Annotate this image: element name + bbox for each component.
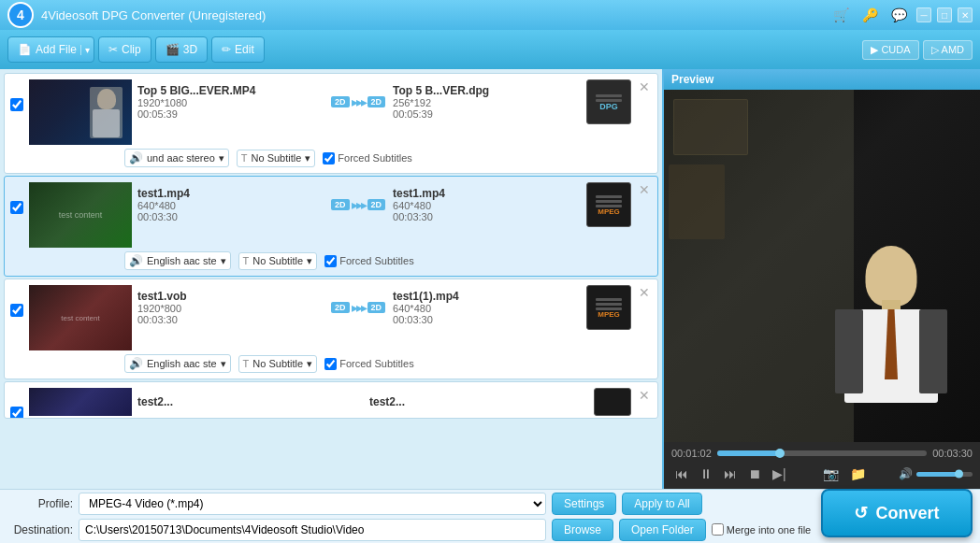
progress-fill [717,450,780,456]
close-button[interactable]: ✕ [958,7,973,22]
forced-sub-checkbox[interactable] [323,152,335,164]
volume-bar[interactable] [916,472,973,477]
profile-select[interactable]: MPEG-4 Video (*.mp4) [79,493,546,515]
arrow-dots: ▸▸▸ [352,197,366,212]
audio-dropdown-arrow: ▾ [221,358,226,370]
audio-value: English aac ste [147,255,217,266]
conversion-arrow: 2D ▸▸▸ 2D [331,94,385,109]
video-prop [669,164,725,239]
source-dims: 1920*800 [137,303,324,314]
maximize-button[interactable]: □ [937,7,952,22]
source-dims: 1920*1080 [137,97,324,108]
file-thumbnail [29,388,132,416]
file-list[interactable]: Top 5 BIG...EVER.MP4 1920*1080 00:05:39 … [0,69,662,489]
format-label: MPEG [598,310,620,319]
dest-2d-badge: 2D [368,96,386,107]
subtitle-dropdown-arrow: ▾ [307,358,312,370]
comment-icon[interactable]: 💬 [887,6,911,24]
file-checkbox[interactable] [10,201,23,214]
control-buttons: ⏮ ⏸ ⏭ ⏹ ▶| 📷 📁 🔊 [671,464,973,483]
browse-button[interactable]: Browse [552,519,613,541]
file-info: test2... test2... [137,388,631,416]
clip-button[interactable]: ✂ Clip [98,36,151,63]
clip-icon: ✂ [108,43,118,56]
subtitle-dropdown-arrow: ▾ [307,255,312,267]
threed-button[interactable]: 🎬 3D [155,36,208,63]
forced-subtitle[interactable]: Forced Subtitles [323,152,411,164]
file-checkbox[interactable] [10,98,23,111]
audio-select[interactable]: 🔊 und aac stereo ▾ [124,149,229,167]
source-duration: 00:03:30 [137,211,324,222]
progress-thumb [775,449,785,458]
file-close-button[interactable]: ✕ [637,285,652,300]
app-title: 4Videosoft DPG Converter (Unregistered) [41,8,822,22]
add-file-button[interactable]: 📄 Add File ▾ [7,36,94,63]
merge-checkbox-label[interactable]: Merge into one file [712,523,812,536]
dest-duration: 00:05:39 [393,108,579,120]
video-scene [664,90,980,442]
format-icon-mpeg[interactable]: MPEG [586,182,631,227]
edit-button[interactable]: ✏ Edit [211,36,265,63]
minimize-button[interactable]: ─ [916,7,931,22]
cart-icon[interactable]: 🛒 [829,6,853,24]
file-item: test2... test2... ✕ [4,381,658,419]
subtitle-icon: T [243,255,250,266]
forced-subtitle[interactable]: Forced Subtitles [324,358,413,370]
subtitle-select[interactable]: T No Subtitle ▾ [238,252,318,270]
format-lines [596,94,622,102]
time-total: 00:03:30 [932,448,973,459]
format-lines [596,298,622,310]
format-icon-dpg[interactable]: DPG [586,79,631,124]
file-close-button[interactable]: ✕ [637,182,652,197]
file-dest: test1.mp4 640*480 00:03:30 [393,187,579,222]
destination-input[interactable] [79,519,546,541]
file-close-button[interactable]: ✕ [637,388,652,403]
next-frame-button[interactable]: ▶| [769,464,790,483]
file-item-top: test content test1.mp4 640*480 00:03:30 … [10,182,652,248]
file-item-bottom: 🔊 English aac ste ▾ T No Subtitle ▾ Forc… [10,354,652,373]
file-item-bottom: 🔊 und aac stereo ▾ T No Subtitle ▾ Force… [10,149,652,167]
audio-select[interactable]: 🔊 English aac ste ▾ [124,251,231,270]
volume-fill [916,472,958,477]
skip-back-button[interactable]: ⏮ [671,464,692,483]
forced-sub-checkbox[interactable] [324,358,337,370]
merge-checkbox[interactable] [712,523,724,536]
destination-row: Destination: Browse Open Folder Merge in… [7,519,816,541]
stop-button[interactable]: ⏹ [744,464,765,483]
preview-controls: 00:01:02 00:03:30 ⏮ ⏸ ⏭ ⏹ ▶| 📷 📁 🔊 [664,442,980,489]
screenshot-button[interactable]: 📷 [819,464,843,483]
subtitle-value: No Subtitle [252,152,302,164]
add-file-icon: 📄 [18,43,32,56]
key-icon[interactable]: 🔑 [858,6,882,24]
audio-select[interactable]: 🔊 English aac ste ▾ [124,354,231,373]
file-checkbox[interactable] [10,304,23,317]
format-icon-mpeg[interactable]: MPEG [586,285,631,330]
settings-button[interactable]: Settings [552,493,616,515]
file-close-button[interactable]: ✕ [637,79,652,94]
amd-button[interactable]: ▷ AMD [923,40,973,60]
source-name: test1.vob [137,290,324,303]
subtitle-select[interactable]: T No Subtitle ▾ [237,150,316,167]
forced-sub-checkbox[interactable] [324,255,337,267]
apply-to-all-button[interactable]: Apply to All [622,493,701,515]
subtitle-icon: T [243,358,250,369]
file-checkbox[interactable] [10,407,23,419]
profile-row: Profile: MPEG-4 Video (*.mp4) Settings A… [7,493,816,515]
file-dest: test1(1).mp4 640*480 00:03:30 [393,290,579,325]
convert-button[interactable]: ↺ Convert [821,489,973,537]
source-name: Top 5 BIG...EVER.MP4 [137,84,324,97]
forced-subtitle[interactable]: Forced Subtitles [324,255,413,267]
audio-icon: 🔊 [129,254,143,267]
subtitle-select[interactable]: T No Subtitle ▾ [238,355,318,373]
open-folder-button[interactable]: Open Folder [619,519,706,541]
format-icon-mpeg[interactable] [594,388,631,416]
amd-icon: ▷ [931,44,939,56]
folder-button[interactable]: 📁 [846,464,870,483]
cuda-button[interactable]: ▶ CUDA [862,40,918,60]
file-dest: Top 5 B...VER.dpg 256*192 00:05:39 [393,84,579,120]
skip-forward-button[interactable]: ⏭ [720,464,741,483]
progress-bar[interactable] [717,450,927,456]
volume-icon[interactable]: 🔊 [899,467,913,480]
add-file-dropdown-arrow[interactable]: ▾ [80,45,90,55]
pause-button[interactable]: ⏸ [696,464,716,483]
